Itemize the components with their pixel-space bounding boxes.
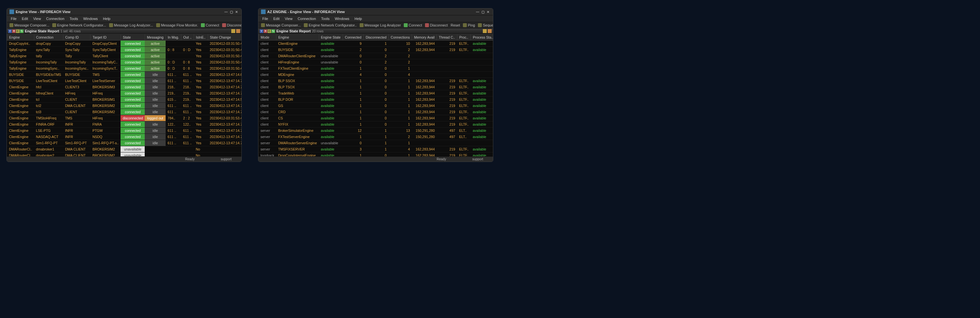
table-row[interactable]: ClientEnginetclCLIENTBROKERSIM1connected… [7, 96, 242, 103]
table-row[interactable]: TallyEngineIncomingSync..IncomingSync..I… [7, 66, 242, 72]
badge-y[interactable]: Y [8, 29, 12, 33]
menu-edit[interactable]: Edit [271, 16, 282, 21]
table-row[interactable]: clientCRDavailable101162,283,944219ELTF.… [259, 109, 493, 115]
report-icon-2[interactable] [236, 29, 240, 33]
col-header[interactable]: Disconnected [364, 34, 389, 41]
table-row[interactable]: ClientEngineSim1-RFQ-PTSim1-RFQ-PTSim1-R… [7, 140, 242, 146]
menu-tools[interactable]: Tools [67, 16, 80, 21]
col-header[interactable]: Engine State [319, 34, 343, 41]
table-row[interactable]: ClientEnginetcl2DMA CLIENTBROKERSIM2conn… [7, 103, 242, 109]
table-row[interactable]: clientClientEngineavailable9110162,283,9… [259, 41, 493, 47]
tool-connect[interactable]: Connect [200, 23, 221, 27]
table-row[interactable]: clientHiFreqEngineunavailable022 [259, 59, 493, 66]
maximize-icon[interactable]: ▢ [229, 10, 234, 14]
menu-windows[interactable]: Windows [332, 16, 352, 21]
tool-sequence[interactable]: Sequence Numbers.. [477, 23, 493, 27]
table-row[interactable]: clientDMARouterClientEngineunavailable02… [259, 53, 493, 59]
table-row[interactable]: serverDMARouterServerEngineunavailable01… [259, 140, 493, 146]
menu-view[interactable]: View [283, 16, 295, 21]
menu-edit[interactable]: Edit [20, 16, 30, 21]
col-header[interactable]: Engine [7, 34, 34, 41]
table-row[interactable]: ClientEnginehifreqClientHiFreqHiFreqconn… [7, 90, 242, 96]
table-row[interactable]: DMARouterCl..dmabroker1DMA CLIENTBROKERS… [7, 146, 242, 152]
badge-e[interactable]: E [267, 29, 271, 33]
tool-connect[interactable]: Connect [402, 23, 423, 27]
minimize-icon[interactable]: — [224, 10, 228, 14]
menu-windows[interactable]: Windows [81, 16, 100, 21]
menu-help[interactable]: Help [100, 16, 113, 21]
tool-flow-monitor[interactable]: Message Flow Monitor. [155, 23, 199, 27]
badge-f[interactable]: ↻ [20, 29, 24, 33]
report-icon-1[interactable] [483, 29, 487, 33]
table-row[interactable]: ClientEngineLSE-PTGINFRPTGWconnectedidle… [7, 128, 242, 134]
col-header[interactable]: Messaging [145, 34, 165, 41]
minimize-icon[interactable]: — [475, 10, 480, 14]
table-row[interactable]: ClientEnginetcl3CLIENTBROKERSIM2connecte… [7, 109, 242, 115]
table-row[interactable]: clientBLP SSOXavailable101162,283,944219… [259, 78, 493, 84]
badge-f[interactable]: ↻ [272, 29, 275, 33]
tool-net-config[interactable]: Engine Network Configurator... [51, 23, 108, 27]
tool-log-analyzer[interactable]: Message Log Analyzer [358, 23, 402, 27]
col-header[interactable]: Connections [389, 34, 412, 41]
table-row[interactable]: clientGSavailable101162,283,944219ELTF..… [259, 103, 493, 109]
col-header[interactable]: Memory Avail [412, 34, 437, 41]
table-row[interactable]: BUYSIDEBUYSIDEtoTMSBUYSIDETMSconnectedid… [7, 72, 242, 78]
table-row[interactable]: clientBLP DORavailable101162,283,944219E… [259, 96, 493, 103]
table-row[interactable]: clientBUYSIDEavailable202162,283,944219E… [259, 47, 493, 53]
col-header[interactable]: Thread C.. [437, 34, 457, 41]
col-header[interactable]: Mode [259, 34, 276, 41]
table-row[interactable]: ClientEnginehfclCLIENT3BROKERSIM3connect… [7, 84, 242, 90]
table-row[interactable]: serverBrokerSimulatorEngineavailable1211… [259, 128, 493, 134]
left-table-wrap[interactable]: EngineConnectionComp IDTarget IDStateMes… [7, 34, 242, 157]
report-icon-1[interactable] [231, 29, 235, 33]
menu-connection[interactable]: Connection [44, 16, 67, 21]
table-row[interactable]: ClientEngineTMStoHiFreqTMSHiFreqdisconne… [7, 115, 242, 121]
menu-file[interactable]: File [260, 16, 270, 21]
badge-y[interactable]: Y [260, 29, 263, 33]
menu-tools[interactable]: Tools [319, 16, 332, 21]
table-row[interactable]: serverTMSFIXSERVERavailable314162,283,94… [259, 146, 493, 152]
menu-file[interactable]: File [8, 16, 19, 21]
tool-reset[interactable]: Reset [449, 23, 461, 27]
right-table-wrap[interactable]: ModeEngineEngine StateConnectedDisconnec… [258, 34, 493, 157]
table-row[interactable]: clientFXTestClientEngineavailable101 [259, 66, 493, 72]
col-header[interactable]: Process Sta.. [471, 34, 493, 41]
col-header[interactable]: Target ID [91, 34, 121, 41]
badge-x[interactable]: ✕ [12, 29, 16, 33]
left-titlebar[interactable]: Engine View - INFOREACH View — ▢ ✕ [7, 8, 242, 15]
tool-msg-composer[interactable]: Message Composer... [8, 23, 51, 27]
tool-disconnect[interactable]: Disconnect [221, 23, 242, 27]
tool-log-analyzer[interactable]: Message Log Analyzer... [108, 23, 154, 27]
col-header[interactable]: Engine [276, 34, 319, 41]
right-titlebar[interactable]: AZ ENGINE - Engine View - INFOREACH View… [258, 8, 493, 15]
table-row[interactable]: clientCSavailable101162,283,944219ELTF..… [259, 115, 493, 121]
col-header[interactable]: State [121, 34, 145, 41]
maximize-icon[interactable]: ▢ [480, 10, 485, 14]
col-header[interactable]: IsInE.. [194, 34, 208, 41]
col-header[interactable]: Proc.. [457, 34, 471, 41]
badge-e[interactable]: E [16, 29, 20, 33]
table-row[interactable]: ClientEngineNASDAQ-ACTINFRNSDQconnectedi… [7, 134, 242, 140]
badge-x[interactable]: ✕ [264, 29, 267, 33]
table-row[interactable]: BUYSIDELiveTestClientLiveTestClientLiveT… [7, 78, 242, 84]
table-row[interactable]: clientMDEngineavailable404 [259, 72, 493, 78]
col-header[interactable]: Connection [34, 34, 63, 41]
table-row[interactable]: DropCopyInt..dropCopyDropCopyDropCopyCli… [7, 41, 242, 47]
close-icon[interactable]: ✕ [234, 10, 239, 14]
table-row[interactable]: clientTradeWebavailable101162,283,944219… [259, 90, 493, 96]
menu-view[interactable]: View [31, 16, 43, 21]
table-row[interactable]: TallyEngineIncomingTallyIncomingTallyInc… [7, 59, 242, 66]
table-row[interactable]: TallyEnginesyncTallySyncTallySyncTallyCl… [7, 47, 242, 53]
col-header[interactable]: Connected [343, 34, 364, 41]
table-row[interactable]: clientBLP TSOXavailable101162,283,944219… [259, 84, 493, 90]
table-row[interactable]: clientNYFIXavailable101162,283,944219ELT… [259, 121, 493, 128]
tool-ping[interactable]: Ping [461, 23, 476, 27]
table-row[interactable]: TallyEnginetallyTallyTallyClientconnecte… [7, 53, 242, 59]
report-icon-2[interactable] [488, 29, 492, 33]
tool-disconnect[interactable]: Disconnect [424, 23, 449, 27]
table-row[interactable]: DMARouterCl..dmabroker2DMA CLIENTBROKERS… [7, 152, 242, 157]
table-row[interactable]: loopbackDropCopyInternalEngineavailable1… [259, 152, 493, 157]
col-header[interactable]: Comp ID [63, 34, 91, 41]
col-header[interactable]: Out .. [181, 34, 194, 41]
tool-net-config[interactable]: Engine Network Configurator.. [302, 23, 358, 27]
